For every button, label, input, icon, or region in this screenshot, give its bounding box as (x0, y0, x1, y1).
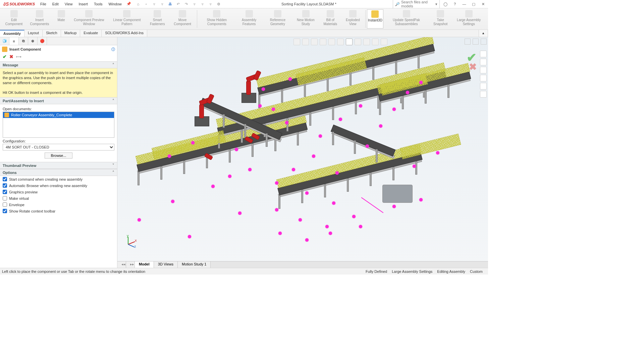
menu-edit[interactable]: Edit (50, 1, 61, 7)
svg-line-1 (128, 242, 135, 244)
option-checkbox[interactable] (3, 196, 7, 200)
mate-reference-point (138, 218, 141, 222)
menu-tools[interactable]: Tools (91, 1, 105, 7)
save-icon[interactable]: ▿ (159, 2, 165, 6)
close-button[interactable]: ✕ (479, 0, 487, 8)
home-icon[interactable]: ⌂ (135, 2, 141, 6)
pm-header: Insert Component ⓘ (0, 45, 117, 53)
section-thumbnail[interactable]: Thumbnail Preview ˅ (0, 162, 117, 169)
option-checkbox[interactable] (3, 177, 7, 181)
ribbon-linear-component-pattern[interactable]: Linear Component Pattern (109, 9, 145, 28)
link-icon[interactable]: ▿ (208, 2, 214, 6)
option-checkbox[interactable] (3, 190, 7, 194)
ribbon-take-snapshot[interactable]: Take Snapshot (429, 9, 451, 28)
insert-component-icon (2, 47, 7, 52)
menu-window[interactable]: Window (106, 1, 124, 7)
tab-sketch[interactable]: Sketch (43, 30, 61, 37)
cancel-button[interactable]: ✖ (9, 54, 13, 59)
open-document-item[interactable]: Roller Conveyor Assembly_Complete (3, 112, 114, 118)
select-icon[interactable]: ▿ (192, 2, 198, 6)
mate-reference-point (359, 225, 362, 228)
ribbon-insert-components[interactable]: Insert Components (26, 9, 53, 28)
mate-reference-point (319, 134, 322, 138)
ribbon-assembly-features[interactable]: Assembly Features (235, 9, 263, 28)
pushpin-icon[interactable]: ⟼ (16, 55, 21, 59)
property-tab[interactable]: ≡ (9, 37, 19, 45)
brand-label: SOLIDWORKS (9, 2, 35, 6)
status-large-assembly[interactable]: Large Assembly Settings (392, 269, 432, 274)
document-title: Sorting Facility Layout.SLDASM * (275, 2, 343, 6)
ribbon-show-hidden-components[interactable]: Show Hidden Components (198, 9, 235, 28)
chevron-up-icon: ˄ (112, 170, 114, 175)
redo-icon[interactable]: ↷ (183, 2, 190, 6)
option-label: Automatic Browse when creating new assem… (9, 184, 87, 188)
option-label: Make virtual (9, 196, 29, 200)
ribbon-component-preview-window[interactable]: Component Preview Window (69, 9, 109, 28)
tab-addins[interactable]: SOLIDWORKS Add-Ins (102, 30, 147, 37)
section-message[interactable]: Message ˄ (0, 61, 117, 68)
graphics-viewport[interactable]: ✔ ✖ y x z ◂◂ ▸▸ Model 3D Views Motion St… (117, 37, 488, 268)
minimize-button[interactable]: — (461, 0, 468, 8)
mate-reference-point (436, 151, 439, 155)
tab-nav-prev[interactable]: ◂◂ (117, 261, 126, 268)
rebuild-icon[interactable]: ▿ (200, 2, 206, 6)
maximize-button[interactable]: ▢ (470, 0, 477, 8)
section-options[interactable]: Options ˄ (0, 169, 117, 176)
pin-icon[interactable]: 📌 (126, 2, 131, 6)
configuration-select[interactable]: 4M SORT OUT - CLOSED (3, 144, 114, 150)
feature-tree-tab[interactable]: 🧊 (0, 37, 9, 45)
ribbon-reference-geometry[interactable]: Reference Geometry (263, 9, 292, 28)
tab-motion-study[interactable]: Motion Study 1 (178, 261, 211, 268)
undo-icon[interactable]: ↶ (175, 2, 181, 6)
mate-reference-point (258, 104, 262, 108)
pm-help-icon[interactable]: ⓘ (111, 47, 115, 52)
print-icon[interactable]: 🖶 (167, 2, 173, 6)
open-doc-icon[interactable]: ▿ (151, 2, 157, 6)
option-checkbox[interactable] (3, 209, 7, 213)
tab-markup[interactable]: Markup (61, 30, 80, 37)
status-units[interactable]: Custom (470, 269, 483, 274)
browse-button[interactable]: Browse... (45, 153, 73, 159)
menu-file[interactable]: File (38, 1, 49, 7)
ribbon-icon (58, 10, 65, 17)
ribbon-new-motion-study[interactable]: New Motion Study (292, 9, 319, 28)
tab-3dviews[interactable]: 3D Views (154, 261, 178, 268)
ribbon-update-speedpak-subassemblies[interactable]: Update SpeedPak Subassemblies (383, 9, 429, 28)
search-dropdown-icon[interactable]: ▾ (435, 2, 437, 6)
ok-button[interactable]: ✔ (3, 54, 7, 59)
ribbon-smart-fasteners[interactable]: Smart Fasteners (145, 9, 170, 28)
help-icon[interactable]: ? (451, 0, 459, 8)
menu-view[interactable]: View (62, 1, 75, 7)
dimxpert-tab[interactable]: ⊕ (28, 37, 38, 45)
option-checkbox[interactable] (3, 183, 7, 188)
ribbon-exploded-view[interactable]: Exploded View (342, 9, 364, 28)
ribbon-large-assembly-settings[interactable]: Large Assembly Settings (451, 9, 486, 28)
appearance-tab[interactable]: 🔴 (38, 37, 47, 45)
tab-nav-next[interactable]: ▸▸ (126, 261, 135, 268)
ribbon-label: Smart Fasteners (147, 18, 168, 26)
ribbon-icon (10, 10, 18, 17)
user-icon[interactable]: ◯ (442, 0, 449, 8)
config-tab[interactable]: ⧉ (19, 37, 28, 45)
option-checkbox[interactable] (3, 202, 7, 207)
ribbon-mate[interactable]: Mate (53, 9, 69, 28)
tab-assembly[interactable]: Assembly (0, 30, 24, 37)
new-doc-icon[interactable]: ▫ (143, 2, 149, 6)
mate-reference-point (275, 181, 278, 185)
search-input[interactable]: 🔎 Search files and models ▾ (393, 0, 440, 9)
ribbon-bill-of-materials[interactable]: Bill of Materials (319, 9, 342, 28)
section-part-assembly[interactable]: Part/Assembly to Insert ˄ (0, 97, 117, 104)
tab-evaluate[interactable]: Evaluate (80, 30, 102, 37)
settings-gear-icon[interactable]: ⚙ (216, 2, 222, 6)
conveyor-leg (355, 101, 357, 114)
open-documents-list[interactable]: Roller Conveyor Assembly_Complete (3, 112, 114, 138)
ribbon-move-component[interactable]: Move Component (170, 9, 196, 28)
ribbon-collapse-icon[interactable]: ▴ (479, 30, 488, 37)
conveyor-leg (183, 161, 185, 174)
menu-insert[interactable]: Insert (76, 1, 91, 7)
conveyor-leg (347, 178, 349, 192)
tab-model[interactable]: Model (135, 261, 154, 268)
ribbon-instant3d[interactable]: Instant3D (367, 9, 383, 28)
ribbon-edit-component[interactable]: Edit Component (2, 9, 26, 28)
tab-layout[interactable]: Layout (24, 30, 43, 37)
